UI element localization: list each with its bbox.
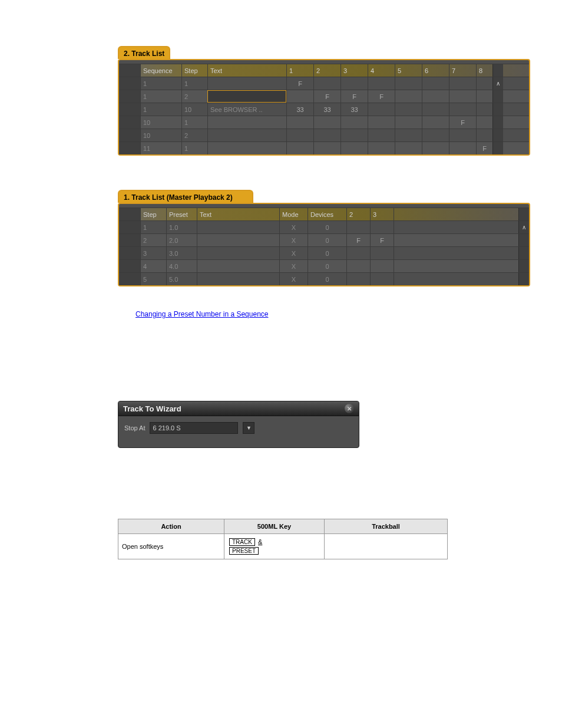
table-row[interactable]: 1 10 See BROWSER .. 33 33 33	[119, 103, 529, 116]
col-mode[interactable]: Mode	[279, 208, 308, 220]
scrollbar-track[interactable]	[518, 234, 529, 246]
col-4[interactable]: 4	[368, 64, 395, 77]
drag-handle[interactable]	[119, 129, 140, 141]
stop-at-label: Stop At	[124, 424, 145, 431]
track-to-wizard-dialog: Track To Wizard ✕ Stop At 6 219.0 S ▼	[118, 401, 359, 448]
drag-handle[interactable]	[119, 234, 140, 246]
panel-tab[interactable]: 2. Track List	[118, 46, 170, 59]
drag-handle[interactable]	[119, 142, 140, 154]
col-step[interactable]: Step	[140, 208, 166, 220]
drag-handle[interactable]	[119, 90, 140, 103]
table-row[interactable]: 11 1 F	[119, 141, 529, 154]
col-devices[interactable]: Devices	[308, 208, 346, 220]
col-2[interactable]: 2	[313, 64, 340, 77]
scrollbar-cell	[492, 64, 503, 77]
drag-handle[interactable]	[119, 273, 140, 285]
master-playback-table: Step Preset Text Mode Devices 2 3 1 1.0 …	[119, 207, 529, 285]
scrollbar-track[interactable]	[492, 116, 503, 129]
key-track: TRACK	[229, 538, 255, 546]
col-3[interactable]: 3	[340, 64, 368, 77]
scrollbar-track[interactable]	[492, 90, 503, 103]
col-step[interactable]: Step	[181, 64, 207, 77]
col-6[interactable]: 6	[422, 64, 449, 77]
scrollbar-cell	[518, 208, 529, 220]
table-header-row: Sequence Step Text 1 2 3 4 5 6 7 8	[119, 64, 529, 77]
track-list-panel-2: 2. Track List Sequence Step Text 1 2 3 4…	[118, 59, 530, 156]
col-3[interactable]: 3	[370, 208, 394, 220]
drag-handle[interactable]	[119, 260, 140, 272]
changing-preset-link[interactable]: Changing a Preset Number in a Sequence	[135, 310, 268, 318]
scrollbar-track[interactable]	[518, 273, 529, 285]
scroll-up-icon[interactable]: ∧	[492, 77, 503, 90]
table-row[interactable]: 1 1.0 X 0 ∧	[119, 220, 529, 233]
scrollbar-track[interactable]	[492, 103, 503, 116]
drag-handle[interactable]	[119, 247, 140, 259]
drag-handle[interactable]	[119, 103, 140, 116]
col-preset[interactable]: Preset	[166, 208, 197, 220]
col-2[interactable]: 2	[346, 208, 370, 220]
col-action: Action	[118, 519, 224, 534]
table-row[interactable]: 1 2 F F F	[119, 90, 529, 103]
key-and: &	[258, 538, 262, 545]
col-sequence[interactable]: Sequence	[140, 64, 181, 77]
keys-cell: TRACK & PRESET	[224, 534, 325, 559]
drag-handle[interactable]	[119, 116, 140, 129]
close-icon[interactable]: ✕	[345, 404, 354, 413]
table-row[interactable]: 2 2.0 X 0 F F	[119, 233, 529, 246]
table-row[interactable]: 1 1 F ∧	[119, 77, 529, 90]
table-row[interactable]: 10 1 F	[119, 116, 529, 129]
drag-col	[119, 64, 140, 77]
scrollbar-track[interactable]	[492, 142, 503, 154]
col-5[interactable]: 5	[395, 64, 422, 77]
dropdown-icon[interactable]: ▼	[243, 422, 254, 434]
table-row[interactable]: 5 5.0 X 0	[119, 272, 529, 285]
wizard-titlebar[interactable]: Track To Wizard ✕	[118, 401, 359, 416]
track-list-table: Sequence Step Text 1 2 3 4 5 6 7 8 1 1 F	[119, 64, 529, 154]
col-8[interactable]: 8	[476, 64, 492, 77]
table-row[interactable]: 3 3.0 X 0	[119, 246, 529, 259]
table-header-row: Action 500ML Key Trackball	[118, 519, 448, 534]
table-row[interactable]: 10 2	[119, 129, 529, 141]
table-header-row: Step Preset Text Mode Devices 2 3	[119, 207, 529, 220]
scroll-up-icon[interactable]: ∧	[518, 221, 529, 233]
drag-col	[119, 208, 140, 220]
col-500ml-key: 500ML Key	[224, 519, 325, 534]
shortcut-table: Action 500ML Key Trackball Open softkeys…	[118, 519, 448, 559]
col-7[interactable]: 7	[449, 64, 476, 77]
stop-at-input[interactable]: 6 219.0 S	[150, 422, 238, 434]
key-preset: PRESET	[229, 547, 259, 555]
drag-handle[interactable]	[119, 77, 140, 90]
panel-tab[interactable]: 1. Track List (Master Playback 2)	[118, 190, 253, 203]
table-row: Open softkeys TRACK & PRESET	[118, 534, 448, 559]
drag-handle[interactable]	[119, 221, 140, 233]
col-text[interactable]: Text	[197, 208, 279, 220]
trackball-cell	[325, 534, 448, 559]
action-cell: Open softkeys	[118, 534, 224, 559]
track-list-panel-1: 1. Track List (Master Playback 2) Step P…	[118, 203, 530, 286]
col-text[interactable]: Text	[207, 64, 286, 77]
scrollbar-track[interactable]	[518, 260, 529, 272]
col-1[interactable]: 1	[286, 64, 313, 77]
col-trackball: Trackball	[325, 519, 448, 534]
scrollbar-track[interactable]	[518, 247, 529, 259]
scrollbar-track[interactable]	[492, 129, 503, 141]
table-row[interactable]: 4 4.0 X 0	[119, 259, 529, 272]
wizard-title-text: Track To Wizard	[123, 404, 181, 413]
